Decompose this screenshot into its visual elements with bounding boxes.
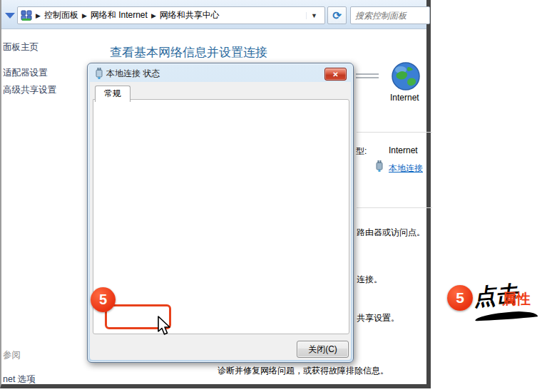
troubleshoot-text: 诊断并修复网络问题，或获得故障排除信息。 [218,365,389,377]
breadcrumb-separator-icon: ▶ [151,12,156,19]
step-number: 5 [456,289,464,306]
network-map-line [356,73,379,75]
close-icon: ✕ [332,71,338,78]
step-5-badge: 5 [447,285,473,311]
refresh-button[interactable]: ⟳ [327,6,347,24]
callout-annotation: 点击 属性 5 [444,279,542,329]
internet-globe-icon [391,61,421,91]
breadcrumb-separator-icon: ▶ [36,12,41,19]
step-5-badge: 5 [91,287,116,312]
access-type-label: 型: [356,145,367,158]
connect-network-partial-text: 连接。 [357,274,382,286]
sidebar-item-change-adapter-settings[interactable]: 适配器设置 [3,67,48,79]
search-input[interactable] [350,6,430,24]
close-dialog-button[interactable]: 关闭(C) [297,341,349,358]
tab-general[interactable]: 常规 [95,86,131,102]
dialog-network-icon [94,67,104,80]
sidebar-item-internet-options[interactable]: net 选项 [3,373,36,386]
local-connection-status-dialog: 本地连接 状态 ✕ 常规 连接 IPv4 连接: Internet IPv6 连… [87,63,354,363]
breadcrumb-separator-icon: ▶ [82,12,87,19]
connection-plug-icon [375,160,384,172]
page-title: 查看基本网络信息并设置连接 [110,44,267,61]
close-button[interactable]: ✕ [324,68,347,81]
sidebar-item-control-panel-home[interactable]: 面板主页 [3,41,39,53]
network-places-icon [21,10,32,21]
sidebar-see-also-label: 参阅 [3,349,21,361]
internet-node-label: Internet [390,93,419,103]
breadcrumb-item-control-panel[interactable]: 控制面板 [44,9,78,21]
dialog-title: 本地连接 状态 [106,68,160,80]
network-map-line [356,77,379,78]
breadcrumb-item-network-internet[interactable]: 网络和 Internet [91,9,148,21]
refresh-icon: ⟳ [332,9,342,22]
step-number: 5 [99,292,107,308]
callout-target-text: 属性 [502,289,531,309]
section-divider [357,207,432,208]
setup-network-partial-text: 路由器或访问点。 [357,227,425,239]
navigation-toolbar: ▶ 控制面板 ▶ 网络和 Internet ▶ 网络和共享中心 ▼ ⟳ [1,0,426,29]
breadcrumb-dropdown-icon[interactable]: ▼ [306,12,322,19]
access-type-value: Internet [389,145,418,155]
breadcrumb[interactable]: ▶ 控制面板 ▶ 网络和 Internet ▶ 网络和共享中心 ▼ [17,6,325,24]
sidebar-item-advanced-sharing-settings[interactable]: 高级共享设置 [3,84,56,96]
mouse-cursor-icon [156,316,172,337]
section-divider [357,132,432,133]
sharing-options-partial-text: 共享设置。 [357,312,399,324]
breadcrumb-item-network-sharing-center[interactable]: 网络和共享中心 [160,9,220,21]
back-button-icon[interactable] [5,13,15,19]
tab-page-general [93,99,349,334]
local-connection-link[interactable]: 本地连接 [389,163,423,175]
